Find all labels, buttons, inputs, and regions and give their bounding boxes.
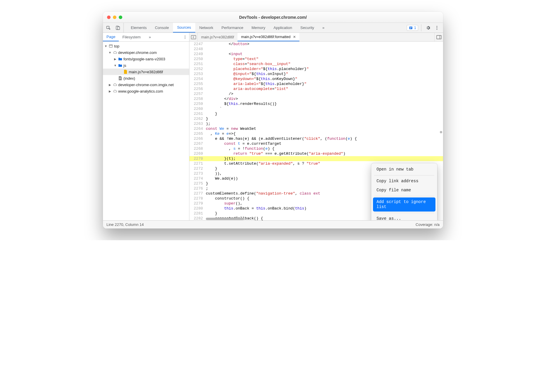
line-number[interactable]: 2274 [189, 176, 206, 181]
line-number[interactable]: 2250 [189, 57, 206, 62]
tabs-overflow[interactable]: » [318, 23, 328, 33]
minimize-window-button[interactable] [113, 16, 116, 19]
tab-performance[interactable]: Performance [217, 23, 247, 33]
line-number[interactable]: 2277 [189, 191, 206, 196]
line-number[interactable]: 2257 [189, 91, 206, 96]
line-number[interactable]: 2260 [189, 106, 206, 111]
code-line[interactable]: 2263); [189, 121, 443, 126]
code-line[interactable]: 2262} [189, 116, 443, 121]
line-number[interactable]: 2259 [189, 101, 206, 106]
tree-top[interactable]: ▼ top [103, 43, 189, 49]
maximize-window-button[interactable] [119, 16, 122, 19]
vertical-scrollbar-thumb[interactable] [440, 131, 442, 133]
tree-domain-developer[interactable]: ▼ developer.chrome.com [103, 49, 189, 56]
line-number[interactable]: 2282 [189, 216, 206, 220]
tab-memory[interactable]: Memory [247, 23, 269, 33]
file-tree[interactable]: ▼ top ▼ developer.chrome.com ▶ fonts/goo… [103, 42, 189, 220]
sidebar-more-vert-icon[interactable] [181, 33, 189, 41]
code-line[interactable]: 2256 aria-autocomplete="list" [189, 86, 443, 91]
line-number[interactable]: 2265 [189, 131, 206, 136]
line-number[interactable]: 2278 [189, 196, 206, 201]
code-line[interactable]: 2253 @input="${this.onInput}" [189, 71, 443, 76]
tree-domain-ga[interactable]: ▶ www.google-analytics.com [103, 88, 189, 94]
code-line[interactable]: 2264const We = new WeakSet [189, 126, 443, 131]
horizontal-scrollbar-thumb[interactable] [206, 218, 244, 220]
expand-arrow-icon[interactable]: ▼ [113, 64, 117, 67]
line-number[interactable]: 2281 [189, 211, 206, 216]
code-line[interactable]: 2265 , Ke = e=>{ [189, 131, 443, 136]
code-line[interactable]: 2266 e && !We.has(e) && (e.addEventListe… [189, 136, 443, 141]
code-line[interactable]: 2269 return "true" === e.getAttribute("a… [189, 151, 443, 156]
code-line[interactable]: 2255 aria-label="${this.placeholder}" [189, 81, 443, 86]
context-menu-item[interactable]: Add script to ignore list [373, 197, 435, 212]
line-number[interactable]: 2270 [189, 156, 206, 161]
expand-arrow-icon[interactable]: ▼ [108, 51, 112, 54]
line-number[interactable]: 2255 [189, 81, 206, 86]
expand-arrow-icon[interactable]: ▶ [113, 57, 117, 61]
code-line[interactable]: 2258 </div> [189, 96, 443, 101]
line-number[interactable]: 2280 [189, 206, 206, 211]
editor-tab-main[interactable]: main.js?v=e382d86f [198, 33, 238, 41]
code-line[interactable]: 2247 </button> [189, 42, 443, 47]
tab-network[interactable]: Network [195, 23, 218, 33]
issues-badge[interactable]: 1 [407, 25, 418, 31]
line-number[interactable]: 2269 [189, 151, 206, 156]
line-number[interactable]: 2267 [189, 141, 206, 146]
tab-application[interactable]: Application [269, 23, 296, 33]
tree-folder-js[interactable]: ▼ js [103, 62, 189, 69]
line-number[interactable]: 2266 [189, 136, 206, 141]
code-line[interactable]: 2257 /> [189, 91, 443, 96]
code-line[interactable]: 2268 , s = !function(e) { [189, 146, 443, 151]
code-line[interactable]: 2260 ` [189, 106, 443, 111]
code-line[interactable]: 2267 const t = e.currentTarget [189, 141, 443, 146]
code-line[interactable]: 2261 } [189, 111, 443, 116]
line-number[interactable]: 2258 [189, 96, 206, 101]
tab-security[interactable]: Security [296, 23, 318, 33]
code-line[interactable]: 2254 @keydown="${this.onKeyDown}" [189, 76, 443, 81]
line-number[interactable]: 2273 [189, 171, 206, 176]
line-number[interactable]: 2248 [189, 47, 206, 52]
tree-domain-imgix[interactable]: ▶ developer-chrome-com.imgix.net [103, 81, 189, 88]
sidetabs-overflow[interactable]: » [145, 33, 155, 41]
code-line[interactable]: 2250 type="text" [189, 57, 443, 62]
context-menu-item[interactable]: Copy link address [373, 177, 435, 186]
context-menu-item[interactable]: Save as... [373, 214, 435, 220]
sidetab-filesystem[interactable]: Filesystem [119, 33, 144, 41]
code-line[interactable]: 2249 <input [189, 52, 443, 57]
line-number[interactable]: 2249 [189, 52, 206, 57]
line-number[interactable]: 2275 [189, 181, 206, 186]
code-line[interactable]: 2248 [189, 47, 443, 52]
line-number[interactable]: 2251 [189, 62, 206, 67]
expand-arrow-icon[interactable]: ▶ [108, 83, 112, 86]
tab-console[interactable]: Console [151, 23, 173, 33]
line-number[interactable]: 2261 [189, 111, 206, 116]
line-number[interactable]: 2256 [189, 86, 206, 91]
line-number[interactable]: 2254 [189, 76, 206, 81]
line-number[interactable]: 2272 [189, 166, 206, 171]
code-editor[interactable]: 2247 </button>22482249 <input2250 type="… [189, 42, 443, 220]
line-number[interactable]: 2247 [189, 42, 206, 47]
line-number[interactable]: 2271 [189, 161, 206, 166]
code-line[interactable]: 2252 placeholder="${this.placeholder}" [189, 67, 443, 71]
line-number[interactable]: 2279 [189, 201, 206, 206]
line-number[interactable]: 2276 [189, 186, 206, 191]
close-window-button[interactable] [107, 16, 111, 19]
context-menu-item[interactable]: Copy file name [373, 186, 435, 195]
line-number[interactable]: 2264 [189, 126, 206, 131]
line-number[interactable]: 2263 [189, 121, 206, 126]
close-tab-icon[interactable]: ✕ [293, 35, 296, 39]
settings-icon[interactable] [424, 24, 432, 32]
tree-file-index[interactable]: (index) [103, 75, 189, 81]
toggle-device-toolbar-icon[interactable] [114, 24, 122, 32]
expand-arrow-icon[interactable]: ▼ [104, 45, 108, 48]
line-number[interactable]: 2252 [189, 67, 206, 71]
tree-file-main-js[interactable]: main.js?v=e382d86f [103, 69, 189, 75]
tree-folder-fonts[interactable]: ▶ fonts/google-sans-v2003 [103, 56, 189, 62]
line-number[interactable]: 2268 [189, 146, 206, 151]
more-vert-icon[interactable] [433, 24, 441, 32]
tab-elements[interactable]: Elements [127, 23, 151, 33]
context-menu-item[interactable]: Open in new tab [373, 165, 435, 174]
expand-arrow-icon[interactable]: ▶ [108, 90, 112, 93]
code-line[interactable]: 2270 }(t); [189, 156, 443, 161]
line-number[interactable]: 2253 [189, 71, 206, 76]
